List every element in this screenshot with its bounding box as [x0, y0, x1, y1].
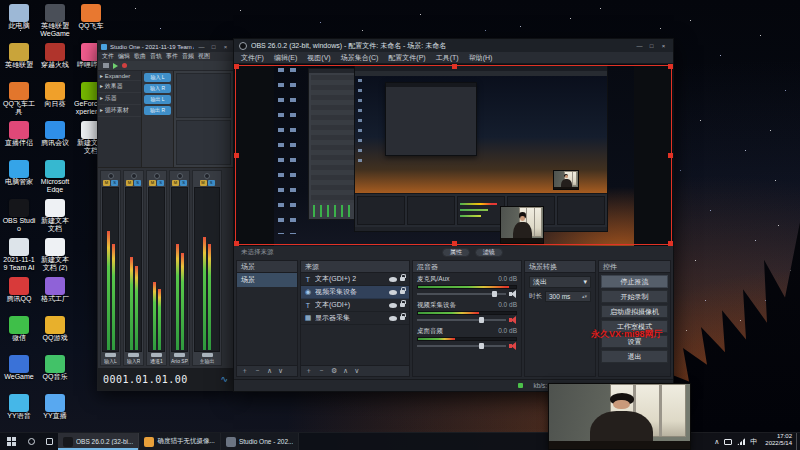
- minimize-icon[interactable]: —: [635, 43, 644, 49]
- menu-item[interactable]: 视图(V): [307, 53, 330, 63]
- solo-button[interactable]: S: [134, 180, 141, 186]
- dock-title[interactable]: 场景转换: [525, 261, 595, 273]
- fader-handle[interactable]: [105, 353, 116, 357]
- io-button[interactable]: 输入 R: [144, 84, 171, 93]
- record-icon[interactable]: [122, 63, 127, 68]
- selection-handle[interactable]: [668, 153, 673, 158]
- selection-handle[interactable]: [668, 241, 673, 246]
- volume-slider-knob[interactable]: [479, 317, 484, 323]
- duration-spinner[interactable]: 300 ms ▴▾: [545, 291, 591, 302]
- desktop-icon[interactable]: 腾讯QQ: [2, 275, 36, 314]
- io-button[interactable]: 输出 R: [144, 106, 171, 115]
- volume-slider[interactable]: [417, 319, 506, 321]
- play-icon[interactable]: [113, 63, 118, 69]
- control-button[interactable]: 启动虚拟摄像机: [601, 305, 668, 318]
- ime-indicator[interactable]: 中: [750, 437, 757, 447]
- visibility-eye-icon[interactable]: [389, 303, 397, 308]
- desktop-icon[interactable]: 格式工厂: [38, 275, 72, 314]
- desktop-icon[interactable]: YY语音: [2, 392, 36, 431]
- solo-button[interactable]: S: [157, 180, 164, 186]
- desktop-icon[interactable]: 微信: [2, 314, 36, 353]
- menu-item[interactable]: 帮助(H): [469, 53, 493, 63]
- volume-slider[interactable]: [417, 345, 506, 347]
- menu-item[interactable]: 视图: [198, 52, 210, 61]
- taskbar-window-button[interactable]: 确度猎手无忧摄像...: [139, 433, 220, 450]
- pan-knob[interactable]: [204, 173, 210, 179]
- maximize-icon[interactable]: □: [209, 44, 218, 50]
- expand-arrow-icon[interactable]: ▸: [100, 73, 103, 79]
- stop-icon[interactable]: [103, 63, 109, 68]
- task-view-button[interactable]: [40, 433, 58, 450]
- pan-knob[interactable]: [131, 173, 137, 179]
- control-button[interactable]: 退出: [601, 350, 668, 363]
- sources-toolbar[interactable]: ＋ － ⚙ ∧ ∨: [301, 365, 409, 376]
- fader-handle[interactable]: [128, 353, 139, 357]
- fader-handle[interactable]: [151, 353, 162, 357]
- browser-item[interactable]: ▸ Expander: [98, 71, 141, 81]
- desktop-icon[interactable]: YY直播: [38, 392, 72, 431]
- lock-icon[interactable]: [400, 303, 405, 307]
- mute-button[interactable]: M: [200, 180, 207, 186]
- mute-button[interactable]: M: [149, 180, 156, 186]
- close-icon[interactable]: ×: [659, 43, 668, 49]
- dock-title[interactable]: 场景: [237, 261, 297, 273]
- dock-title[interactable]: 混音器: [413, 261, 521, 273]
- menu-item[interactable]: 文件(F): [241, 53, 264, 63]
- menu-item[interactable]: 工具(T): [436, 53, 459, 63]
- desktop-icon[interactable]: 英雄联盟: [2, 41, 36, 80]
- desktop-icon[interactable]: 2021-11-19 Team AIR: [2, 236, 36, 275]
- start-button[interactable]: [0, 433, 22, 450]
- browser-item[interactable]: ▸ 循环素材: [98, 105, 141, 117]
- lock-icon[interactable]: [400, 277, 405, 281]
- source-row[interactable]: ◉ 视频采集设备: [301, 286, 409, 299]
- dock-title[interactable]: 来源: [301, 261, 409, 273]
- menu-item[interactable]: 音频: [182, 52, 194, 61]
- maximize-icon[interactable]: □: [647, 43, 656, 49]
- taskbar-clock[interactable]: 17:02 2022/5/14: [761, 433, 796, 450]
- desktop-icon[interactable]: QQ音乐: [38, 353, 72, 392]
- pan-knob[interactable]: [177, 173, 183, 179]
- expand-arrow-icon[interactable]: ▸: [100, 107, 103, 113]
- mute-button[interactable]: M: [103, 180, 110, 186]
- scenes-toolbar[interactable]: ＋ － ∧ ∨: [237, 365, 297, 376]
- channel-strip[interactable]: M S Ario SP: [169, 170, 190, 366]
- desktop-icon[interactable]: 向日葵: [38, 80, 72, 119]
- source-row[interactable]: T 文本(GDI+): [301, 299, 409, 312]
- volume-slider-knob[interactable]: [479, 343, 484, 349]
- dock-title[interactable]: 控件: [599, 261, 670, 273]
- desktop-icon[interactable]: 穿越火线: [38, 41, 72, 80]
- source-row[interactable]: T 文本(GDI+) 2: [301, 273, 409, 286]
- selection-handle[interactable]: [668, 64, 673, 69]
- desktop-icon[interactable]: QQ飞车: [74, 2, 108, 41]
- pan-knob[interactable]: [154, 173, 160, 179]
- filters-button[interactable]: 滤镜: [475, 248, 503, 257]
- visibility-eye-icon[interactable]: [389, 290, 397, 295]
- channel-strip[interactable]: M S 通道1: [146, 170, 167, 366]
- desktop-icon[interactable]: 新建文本文档: [38, 197, 72, 236]
- menu-item[interactable]: 事件: [166, 52, 178, 61]
- control-button[interactable]: 停止推流: [601, 275, 668, 288]
- selection-handle[interactable]: [234, 241, 239, 246]
- volume-slider-knob[interactable]: [492, 291, 497, 297]
- desktop-icon[interactable]: OBS Studio: [2, 197, 36, 236]
- expand-arrow-icon[interactable]: ▸: [100, 95, 103, 101]
- visibility-eye-icon[interactable]: [389, 277, 397, 282]
- desktop-icon[interactable]: 电脑管家: [2, 158, 36, 197]
- spinner-arrows-icon[interactable]: ▴▾: [582, 294, 587, 299]
- channel-strip[interactable]: M S 输入L: [100, 170, 121, 366]
- desktop-icon[interactable]: 腾讯会议: [38, 119, 72, 158]
- browser-item[interactable]: ▸ 效果器: [98, 81, 141, 93]
- solo-button[interactable]: S: [180, 180, 187, 186]
- menu-item[interactable]: 文件: [102, 52, 114, 61]
- io-button[interactable]: 输出 L: [144, 95, 171, 104]
- studio-one-titlebar[interactable]: Studio One - 2021-11-19 Team AIR — □ ×: [98, 41, 233, 52]
- solo-button[interactable]: S: [111, 180, 118, 186]
- menu-item[interactable]: 编辑: [118, 52, 130, 61]
- network-tray-icon[interactable]: [737, 438, 745, 445]
- channel-strip[interactable]: M S 输入R: [123, 170, 144, 366]
- pan-knob[interactable]: [108, 173, 114, 179]
- minimize-icon[interactable]: —: [197, 44, 206, 50]
- taskbar-window-button[interactable]: OBS 26.0.2 (32-bi...: [58, 433, 139, 450]
- speaker-mute-icon[interactable]: [509, 316, 517, 324]
- expand-arrow-icon[interactable]: ▸: [100, 83, 103, 89]
